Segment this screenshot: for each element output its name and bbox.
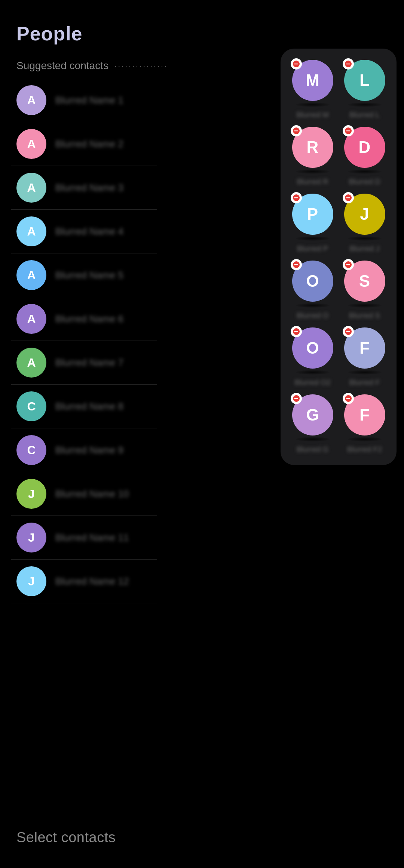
selected-contact[interactable]: JBlurred J (342, 194, 388, 253)
contact-name: Blurred Name 9 (55, 444, 123, 456)
remove-contact-button[interactable] (291, 58, 302, 70)
remove-contact-button[interactable] (291, 393, 302, 404)
avatar-shadow (348, 236, 382, 241)
selected-contact[interactable]: OBlurred O (290, 261, 336, 320)
avatar: C (16, 391, 46, 421)
selected-contact-name: Blurred M (292, 111, 333, 119)
remove-contact-button[interactable] (291, 259, 302, 270)
avatar-shadow (348, 370, 382, 375)
list-item[interactable]: CBlurred Name 9 (11, 428, 157, 472)
selected-contact-name: Blurred L (344, 111, 385, 119)
selected-contact[interactable]: LBlurred L (342, 60, 388, 119)
selected-contact[interactable]: FBlurred F (342, 327, 388, 387)
selected-contact-name: Blurred D (344, 178, 385, 186)
avatar-shadow (348, 102, 382, 107)
remove-contact-button[interactable] (343, 58, 354, 70)
avatar-shadow (296, 102, 330, 107)
selected-contact-name: Blurred J (344, 244, 385, 253)
selected-contact[interactable]: PBlurred P (290, 194, 336, 253)
contact-name: Blurred Name 3 (55, 182, 123, 194)
remove-contact-button[interactable] (343, 125, 354, 136)
remove-contact-button[interactable] (343, 393, 354, 404)
avatar: A (16, 129, 46, 159)
list-item[interactable]: ABlurred Name 6 (11, 297, 157, 341)
selected-contact-name: Blurred O2 (292, 378, 333, 387)
avatar: J (16, 523, 46, 552)
selected-contact-name: Blurred F (344, 378, 385, 387)
selected-contact-name: Blurred O (292, 311, 333, 320)
avatar: A (16, 216, 46, 246)
avatar: A (16, 173, 46, 203)
avatar-shadow (296, 437, 330, 441)
avatar: J (16, 566, 46, 596)
avatar: A (16, 348, 46, 378)
avatar-shadow (296, 370, 330, 375)
contact-name: Blurred Name 5 (55, 270, 123, 281)
page-title: People (16, 22, 83, 45)
avatar: A (16, 85, 46, 115)
remove-contact-button[interactable] (343, 326, 354, 337)
selected-contact-name: Blurred F2 (344, 445, 385, 454)
remove-contact-button[interactable] (343, 259, 354, 270)
avatar: A (16, 304, 46, 334)
remove-contact-button[interactable] (343, 192, 354, 203)
selected-contact[interactable]: DBlurred D (342, 127, 388, 186)
list-item[interactable]: ABlurred Name 7 (11, 341, 157, 385)
avatar-shadow (296, 303, 330, 308)
list-item[interactable]: JBlurred Name 11 (11, 516, 157, 560)
list-item[interactable]: JBlurred Name 12 (11, 560, 157, 603)
contact-name: Blurred Name 12 (55, 576, 129, 587)
contact-name: Blurred Name 2 (55, 138, 123, 150)
contact-name: Blurred Name 11 (55, 532, 129, 544)
avatar-shadow (296, 169, 330, 174)
selected-contact-name: Blurred P (292, 244, 333, 253)
selected-contact[interactable]: GBlurred G (290, 394, 336, 454)
remove-contact-button[interactable] (291, 326, 302, 337)
selected-panel: MBlurred MLBlurred LRBlurred RDBlurred D… (281, 49, 397, 465)
avatar-shadow (348, 303, 382, 308)
list-item[interactable]: CBlurred Name 8 (11, 385, 157, 428)
remove-contact-button[interactable] (291, 192, 302, 203)
avatar-shadow (348, 437, 382, 441)
contact-name: Blurred Name 4 (55, 226, 123, 237)
contact-name: Blurred Name 6 (55, 313, 123, 325)
selected-contact[interactable]: OBlurred O2 (290, 327, 336, 387)
contact-name: Blurred Name 8 (55, 401, 123, 412)
selected-contact[interactable]: FBlurred F2 (342, 394, 388, 454)
selected-contact-name: Blurred S (344, 311, 385, 320)
section-label: Suggested contacts ··············· (16, 60, 168, 72)
avatar-shadow (296, 236, 330, 241)
avatar: A (16, 260, 46, 290)
list-item[interactable]: ABlurred Name 1 (11, 79, 157, 122)
select-contacts-button[interactable]: Select contacts (16, 829, 116, 846)
selected-contact[interactable]: SBlurred S (342, 261, 388, 320)
remove-contact-button[interactable] (291, 125, 302, 136)
selected-contact[interactable]: MBlurred M (290, 60, 336, 119)
contact-list: ABlurred Name 1ABlurred Name 2ABlurred N… (11, 79, 157, 603)
selected-contact-name: Blurred G (292, 445, 333, 454)
list-item[interactable]: ABlurred Name 5 (11, 253, 157, 297)
list-item[interactable]: ABlurred Name 3 (11, 166, 157, 210)
selected-contact[interactable]: RBlurred R (290, 127, 336, 186)
contact-name: Blurred Name 1 (55, 95, 123, 106)
selected-contact-name: Blurred R (292, 178, 333, 186)
list-item[interactable]: ABlurred Name 4 (11, 210, 157, 253)
avatar: C (16, 435, 46, 465)
contact-name: Blurred Name 7 (55, 357, 123, 369)
avatar: J (16, 479, 46, 509)
contact-name: Blurred Name 10 (55, 488, 129, 500)
list-item[interactable]: ABlurred Name 2 (11, 122, 157, 166)
avatar-shadow (348, 169, 382, 174)
list-item[interactable]: JBlurred Name 10 (11, 472, 157, 516)
